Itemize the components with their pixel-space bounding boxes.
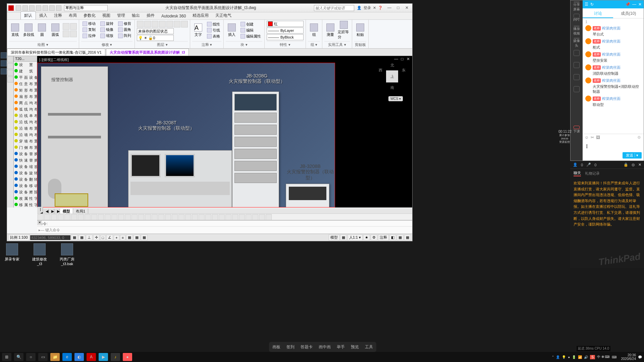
collab-quiz[interactable]: 答题卡 [301, 344, 313, 350]
qat-undo-icon[interactable] [49, 5, 55, 11]
qat-redo-icon[interactable] [56, 5, 61, 11]
lock-icon[interactable]: 🔒 [624, 163, 628, 167]
tb-icon[interactable] [266, 214, 272, 220]
strip-icon[interactable] [7, 56, 13, 62]
palette-item[interactable]: 设备缩放 [14, 164, 37, 170]
tb-icon[interactable] [71, 214, 77, 220]
polyline-button[interactable]: 多段线 [22, 21, 35, 40]
edge-button[interactable]: e [62, 353, 72, 361]
tb-icon[interactable] [165, 214, 171, 220]
qp-toggle[interactable]: ▦ [133, 235, 140, 240]
edit-attr-button[interactable]: 编辑属性 [239, 34, 262, 39]
command-input[interactable]: ▸— 键入命令 [37, 227, 412, 233]
arc-button[interactable]: 圆弧 [49, 21, 61, 40]
model-space-label[interactable]: 模型 [329, 234, 339, 241]
scale-button[interactable]: 缩放 [99, 33, 115, 39]
tb-icon[interactable] [232, 214, 238, 220]
clean-toggle[interactable]: ▦ [404, 235, 411, 240]
collab-raise-hand[interactable]: 举手 [337, 344, 345, 350]
scale-combo[interactable]: 比例 1:100 [8, 234, 30, 241]
linear-dim-button[interactable]: 线性 [206, 21, 221, 27]
tb-icon[interactable] [85, 214, 91, 220]
tb-icon[interactable] [205, 214, 211, 220]
trim-button[interactable]: 修剪 [117, 21, 132, 26]
rotate-button[interactable]: 旋转 [99, 21, 115, 26]
palette-item[interactable]: 设备替换 [14, 151, 37, 157]
ribbon-tab-annotate[interactable]: 注释 [51, 12, 65, 19]
palette-item[interactable]: 建 筑 [14, 68, 37, 74]
tb-icon[interactable] [252, 214, 258, 220]
palette-item[interactable]: 门侧布置 [14, 144, 37, 151]
panel-label-group[interactable]: 组 ▾ [308, 41, 320, 47]
snap-toggle[interactable]: ▦ [71, 235, 78, 240]
text-button[interactable]: A文字 [192, 21, 204, 40]
emoji-icon[interactable]: ☺ [585, 135, 589, 140]
tb-icon[interactable] [212, 214, 218, 220]
fillet-button[interactable]: 圆角 [117, 27, 132, 33]
tb-icon[interactable] [225, 214, 231, 220]
ribbon-tab-a360[interactable]: Autodesk 360 [158, 13, 189, 19]
palette-item[interactable]: 矩形布置 [14, 87, 37, 94]
osnap-toggle[interactable]: □ [100, 235, 106, 240]
palette-item[interactable]: 设 置 [14, 62, 37, 68]
layout1-tab[interactable]: 布局1 [73, 208, 88, 214]
search-button[interactable]: 🔍 [14, 353, 23, 361]
tab-chat[interactable]: 聊天 [574, 171, 581, 176]
panel-label-block[interactable]: 块 ▾ [226, 41, 262, 47]
palette-item[interactable]: 平面设备 [14, 74, 37, 81]
tb-icon[interactable] [138, 214, 144, 220]
video-button[interactable]: 播放视频 [573, 26, 581, 34]
table-button[interactable]: 表格 [206, 34, 221, 39]
cube-face-top[interactable]: 上 [386, 70, 398, 82]
palette-item[interactable]: 设备移动 [14, 183, 37, 189]
ribbon-tab-addins[interactable]: 插件 [143, 12, 158, 19]
tb-icon[interactable] [44, 214, 50, 220]
palette-item[interactable]: 快速替换 [14, 157, 37, 164]
palette-item[interactable]: 设备擦除 [14, 189, 37, 195]
draw-small-icon[interactable] [63, 31, 69, 37]
ann-scale[interactable]: 人1:1 ▾ [347, 234, 363, 241]
divide-button[interactable]: 定距等分 [338, 21, 350, 40]
panel-label-draw[interactable]: 绘图 ▾ [9, 41, 77, 47]
workspace-selector[interactable] [64, 5, 108, 11]
tb-icon[interactable] [185, 214, 191, 220]
panel-label-annot[interactable]: 注释 ▾ [192, 41, 221, 47]
live-refresh-icon[interactable]: ↻ [590, 2, 594, 7]
send-button[interactable]: 发送▾ [623, 152, 642, 159]
ribbon-tab-output[interactable]: 输出 [128, 12, 143, 19]
tb-icon[interactable] [158, 214, 164, 220]
desktop-icon[interactable] [1, 52, 7, 58]
palette-item[interactable]: 沿墙均布 [14, 132, 37, 138]
collab-preview[interactable]: 预览 [351, 344, 359, 350]
tray-up-icon[interactable]: ˄ [552, 355, 554, 359]
tb-icon[interactable] [78, 214, 84, 220]
chat-settings-icon[interactable]: ⚙ [637, 135, 641, 140]
share-screen-button[interactable]: 分享屏幕 [573, 2, 581, 10]
qat-saveas-icon[interactable] [36, 5, 41, 11]
ribbon-tab-tangent[interactable]: 天正电气 [212, 12, 235, 19]
color-combo[interactable]: 红 [267, 21, 304, 27]
tb-icon[interactable] [152, 214, 158, 220]
end-class-button[interactable]: 下课 [573, 126, 581, 134]
minimize-button[interactable]: — [385, 5, 393, 11]
qat-print-icon[interactable] [43, 5, 48, 11]
tray-battery-icon[interactable]: 🔋 [572, 355, 576, 359]
explorer-button[interactable]: 📁 [50, 353, 60, 361]
annot-visibility[interactable]: ★ [363, 235, 370, 240]
draw-small-icon[interactable] [70, 23, 77, 30]
tb-icon[interactable] [199, 214, 205, 220]
mic-button[interactable] [573, 50, 581, 58]
palette-item[interactable]: 穿墙布置 [14, 138, 37, 144]
layout-nav-next[interactable]: ▶ [49, 209, 54, 214]
tab-members[interactable]: 成员(10) [613, 8, 644, 18]
collab-whiteboard[interactable]: 画板 [272, 344, 280, 350]
palette-item[interactable]: 设备翻转 [14, 176, 37, 183]
viewport-minimize-icon[interactable]: — [393, 57, 399, 61]
wcs-badge[interactable]: WCS ▾ [388, 96, 403, 101]
music-button[interactable] [573, 74, 581, 82]
ribbon-tab-insert[interactable]: 插入 [36, 12, 51, 19]
iso-toggle[interactable]: ◧ [389, 235, 396, 240]
strip-icon[interactable] [7, 70, 13, 76]
tb-icon[interactable] [131, 214, 138, 220]
desktop-file[interactable]: 丙类厂房_t3.bak [58, 243, 76, 266]
